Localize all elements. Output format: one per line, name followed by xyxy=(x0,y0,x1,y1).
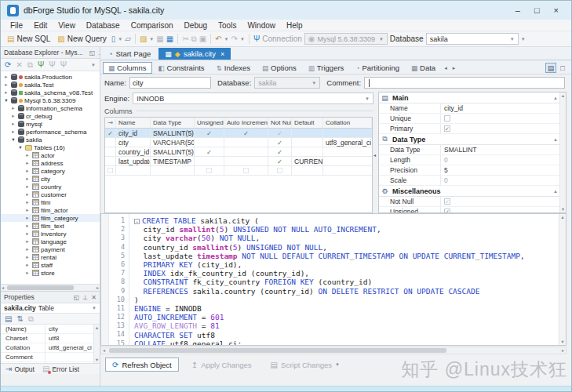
collapsed-arrow-icon[interactable]: ▸ xyxy=(24,270,31,276)
menu-file[interactable]: File xyxy=(5,21,28,30)
scroll-down-icon[interactable]: ▼ xyxy=(559,339,566,344)
paste-icon[interactable]: ▣ xyxy=(199,35,206,43)
window-position-icon[interactable]: ◱ xyxy=(89,49,96,56)
cell-collation[interactable]: utf8_general_ci xyxy=(323,138,372,147)
tab-scroll-left-icon[interactable]: ◂ xyxy=(442,65,450,71)
grid-header-Default[interactable]: Default xyxy=(292,118,323,128)
collapse-arrow-icon[interactable]: ▲ xyxy=(553,189,558,194)
new-connection-icon[interactable]: Ψ xyxy=(38,61,44,69)
tree-item-store[interactable]: ▸store xyxy=(1,269,100,277)
collapsed-arrow-icon[interactable]: ▸ xyxy=(24,191,31,198)
categorized-view-icon[interactable]: ▤ xyxy=(5,315,12,323)
detail-scrollbar[interactable]: ▲ ▼ xyxy=(559,93,566,212)
close-button[interactable]: × xyxy=(554,5,559,15)
new-object-icon[interactable]: ▱ xyxy=(125,35,131,43)
alphabetical-sort-icon[interactable]: ⇅ xyxy=(16,315,23,323)
engine-select[interactable]: INNODB ▼ xyxy=(133,93,373,104)
scroll-down-icon[interactable]: ▼ xyxy=(94,358,100,362)
cell-auto-increment[interactable]: ✓ xyxy=(224,129,268,137)
tree-item-sakila-schema-v08-test[interactable]: ▸sakila_schema_v08.Test xyxy=(1,89,100,96)
column-row-city_id[interactable]: ✓city_idSMALLINT(5)✓✓✓ xyxy=(105,129,372,138)
cell-data-type[interactable]: SMALLINT(5) xyxy=(151,147,195,156)
refresh-object-button[interactable]: ⟳ Refresh Object xyxy=(105,358,179,372)
cell-data-type[interactable]: VARCHAR(50) xyxy=(151,138,195,147)
tree-item-mysql[interactable]: ▸mysql xyxy=(1,120,100,128)
scroll-up-icon[interactable]: ▲ xyxy=(560,93,566,98)
detail-value[interactable]: ✓ xyxy=(440,207,559,213)
empty-cell[interactable] xyxy=(195,166,224,175)
tree-item-sakila-test[interactable]: ▸sakila.Test xyxy=(1,81,100,89)
collapsed-arrow-icon[interactable]: ▸ xyxy=(24,254,31,260)
output-tab[interactable]: ⇥ Output xyxy=(5,365,35,373)
collapsed-arrow-icon[interactable]: ▸ xyxy=(10,113,16,119)
property-pages-icon[interactable]: ⧉ xyxy=(28,315,34,323)
detail-value[interactable]: 0 xyxy=(440,176,559,185)
row-indicator-cell[interactable] xyxy=(105,147,116,156)
explorer-toolbar-overflow-icon[interactable]: ▼ xyxy=(91,63,96,67)
tree-item-language[interactable]: ▸language xyxy=(1,238,100,245)
tree-item-information-schema[interactable]: ▸information_schema xyxy=(1,104,100,112)
detail-value[interactable] xyxy=(440,114,559,123)
cell-not-null[interactable]: ✓ xyxy=(268,157,292,165)
grid-header-Name[interactable]: Name xyxy=(116,118,151,128)
cell-collation[interactable] xyxy=(323,157,372,165)
tree-item-address[interactable]: ▸address xyxy=(1,159,100,167)
cell-unsigned[interactable]: ✓ xyxy=(195,147,224,156)
column-row-city[interactable]: cityVARCHAR(50)✓utf8_general_ci xyxy=(105,138,372,147)
minimize-button[interactable]: – xyxy=(516,5,520,15)
code-vertical-scrollbar[interactable]: ▲ ▼ xyxy=(559,214,566,345)
detail-row-not-null[interactable]: Not Null✓ xyxy=(379,197,566,207)
tree-item-film-category[interactable]: ▸film_category xyxy=(1,214,100,222)
cell-name[interactable]: last_update xyxy=(116,157,151,165)
panel-close-icon[interactable]: ✕ xyxy=(91,294,97,301)
property-row[interactable]: Charsetutf8 xyxy=(1,334,93,343)
group-header-data-type[interactable]: ⧉Data Type▲ xyxy=(379,134,566,145)
collapsed-arrow-icon[interactable]: ▸ xyxy=(24,238,31,245)
scroll-left-icon[interactable]: ◂ xyxy=(103,347,105,354)
tree-item-mysql-5-6-38-3309[interactable]: ▾Mysql 5.6.38:3309 xyxy=(1,96,100,104)
cell-collation[interactable] xyxy=(323,147,372,156)
cell-default[interactable] xyxy=(292,138,323,147)
property-row[interactable]: Ownersakila xyxy=(1,362,93,363)
tab-columns[interactable]: ▦Columns xyxy=(103,62,152,74)
column-row-last_update[interactable]: last_updateTIMESTAMP✓CURREN... xyxy=(105,157,372,166)
collapsed-arrow-icon[interactable]: ▸ xyxy=(24,215,31,221)
copy-icon[interactable]: ⧉ xyxy=(191,35,197,43)
expanded-arrow-icon[interactable]: ▾ xyxy=(3,97,9,103)
tab-partitioning[interactable]: ◔Partitioning xyxy=(350,62,405,74)
menu-database[interactable]: Database xyxy=(81,21,126,30)
menu-tools[interactable]: Tools xyxy=(213,21,242,30)
row-indicator-cell[interactable]: ✓ xyxy=(105,129,116,137)
tree-item-sakila-production[interactable]: ▸sakila.Production xyxy=(1,73,100,81)
scrollbar-thumb[interactable] xyxy=(109,348,446,353)
group-header-miscellaneous[interactable]: ⚙Miscellaneous▲ xyxy=(379,186,566,197)
code-horizontal-scrollbar[interactable]: ◂ ▸ xyxy=(100,347,567,354)
expanded-arrow-icon[interactable]: ▾ xyxy=(10,136,16,143)
column-row-country_id[interactable]: country_idSMALLINT(5)✓✓ xyxy=(105,147,372,157)
collapsed-arrow-icon[interactable]: ▸ xyxy=(24,152,31,158)
collapse-arrow-icon[interactable]: ▲ xyxy=(553,96,558,100)
tree-item-payment[interactable]: ▸payment xyxy=(1,245,100,253)
tree-item-country[interactable]: ▸country xyxy=(1,183,100,191)
detail-checkbox[interactable]: ✓ xyxy=(444,198,450,205)
menu-edit[interactable]: Edit xyxy=(28,21,53,30)
cell-auto-increment[interactable] xyxy=(224,138,268,147)
collapsed-arrow-icon[interactable]: ▸ xyxy=(10,105,16,111)
cell-collation[interactable] xyxy=(323,129,372,137)
scroll-up-icon[interactable]: ▲ xyxy=(94,325,100,330)
redo-dropdown-icon[interactable]: ▼ xyxy=(240,37,245,42)
splitter-collapse-icon[interactable]: ◂ xyxy=(373,152,376,158)
scroll-right-icon[interactable]: ▸ xyxy=(97,285,99,292)
cell-data-type[interactable]: SMALLINT(5) xyxy=(151,129,195,137)
grid-header-Auto Increment[interactable]: Auto Increment xyxy=(224,118,268,128)
tree-item-film-actor[interactable]: ▸film_actor xyxy=(1,206,100,214)
tab-triggers[interactable]: ▥Triggers xyxy=(303,62,350,74)
collapsed-arrow-icon[interactable]: ▸ xyxy=(24,246,31,252)
cell-name[interactable]: country_id xyxy=(116,147,151,156)
collapsed-arrow-icon[interactable]: ▸ xyxy=(3,82,9,88)
collapsed-arrow-icon[interactable]: ▸ xyxy=(24,160,31,166)
collapsed-arrow-icon[interactable]: ▸ xyxy=(24,262,31,268)
cell-name[interactable]: city_id xyxy=(116,129,151,137)
detail-value[interactable]: city_id xyxy=(440,103,559,113)
grid-header-Data Type[interactable]: Data Type xyxy=(151,118,195,128)
